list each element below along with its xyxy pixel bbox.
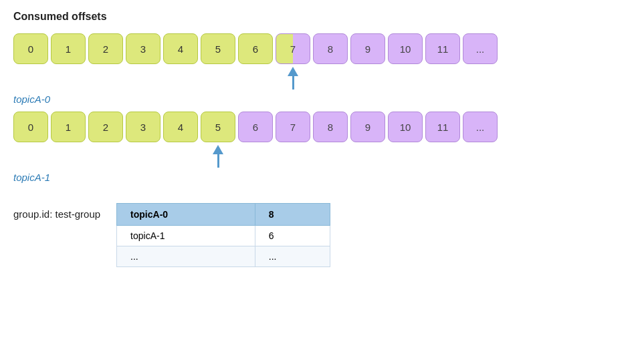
offset-cell-green: 5 [201, 33, 235, 64]
offset-cell-green: 3 [126, 33, 161, 64]
offset-table: topicA-0 8 topicA-16...... [116, 203, 330, 267]
bottom-section: group.id: test-group topicA-0 8 topicA-1… [13, 203, 627, 267]
arrow-2 [213, 145, 223, 168]
offset-cell-green: 6 [238, 33, 273, 64]
table-row: ...... [117, 246, 330, 267]
offset-cell-green: 0 [13, 33, 48, 64]
offset-cell-green: 3 [126, 112, 161, 142]
arrow-row-1 [13, 65, 627, 89]
offset-cell-purple: ... [463, 112, 498, 142]
table-cell-topic: topicA-1 [117, 226, 255, 246]
group-id-label: group.id: test-group [13, 203, 100, 220]
table-header-col1: topicA-0 [117, 204, 255, 226]
offset-cell-purple: 11 [425, 112, 460, 142]
offset-cell-purple: 8 [313, 33, 348, 64]
offset-cell-green: 2 [88, 112, 123, 142]
arrow-row-2 [13, 144, 627, 168]
topic-label-1: topicA-0 [13, 94, 627, 105]
topic-label-2: topicA-1 [13, 172, 627, 183]
offset-cell-purple: 11 [425, 33, 460, 64]
offset-cell-purple: 10 [388, 112, 423, 142]
offset-cell-transition: 7 [276, 33, 310, 64]
offset-row-1: 01234567891011... [13, 33, 627, 64]
arrow-1 [288, 67, 298, 89]
offset-row-2: 01234567891011... [13, 112, 627, 142]
table-header-col2: 8 [255, 204, 330, 226]
table-cell-topic: ... [117, 246, 255, 267]
offset-cell-purple: 9 [350, 33, 385, 64]
offset-cell-purple: 10 [388, 33, 423, 64]
table-cell-offset: 6 [255, 226, 330, 246]
offset-cell-green: 4 [163, 112, 198, 142]
offset-cell-green: 1 [51, 33, 86, 64]
offset-cell-green: 0 [13, 112, 48, 142]
offset-cell-purple: 9 [350, 112, 385, 142]
table-row: topicA-16 [117, 226, 330, 246]
offset-cell-purple: 7 [276, 112, 310, 142]
offset-cell-green: 1 [51, 112, 86, 142]
offset-cell-green: 4 [163, 33, 198, 64]
offset-cell-purple: 8 [313, 112, 348, 142]
page-title: Consumed offsets [13, 11, 627, 23]
offset-cell-green: 2 [88, 33, 123, 64]
offset-cell-purple: ... [463, 33, 498, 64]
offset-cell-green: 5 [201, 112, 235, 142]
offset-cell-purple: 6 [238, 112, 273, 142]
table-cell-offset: ... [255, 246, 330, 267]
